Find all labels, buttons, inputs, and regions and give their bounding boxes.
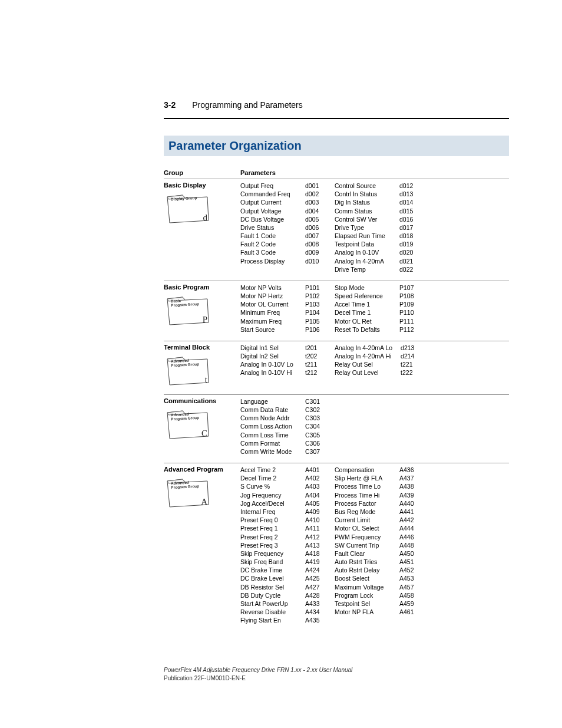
folder-letter: d xyxy=(203,213,208,223)
param-cell: PWM Frequency xyxy=(335,533,391,541)
param-cell: A448 xyxy=(399,541,418,549)
param-cell: Start Source xyxy=(240,325,297,334)
param-block-left: LanguageComm Data RateComm Node AddrComm… xyxy=(240,397,324,456)
param-cell: d015 xyxy=(399,207,418,215)
param-cell: DC Bus Voltage xyxy=(240,215,297,223)
param-cell: Analog In 0-10V Lo xyxy=(240,360,297,368)
header-rule xyxy=(164,118,509,119)
param-cell: DC Brake Time xyxy=(240,566,297,574)
param-cell: DC Brake Level xyxy=(240,574,297,582)
param-cell: Decel Time 2 xyxy=(240,474,297,482)
param-cell: Internal Freq xyxy=(240,508,297,516)
param-cell: Compensation xyxy=(335,466,391,474)
param-cell: d016 xyxy=(399,215,418,223)
param-cell: C305 xyxy=(305,431,324,439)
param-cell: Output Voltage xyxy=(240,207,297,215)
param-cell: DB Resistor Sel xyxy=(240,583,297,591)
param-cell: A435 xyxy=(305,616,324,624)
param-cell: Motor OL Current xyxy=(240,300,297,308)
param-cell: t222 xyxy=(401,368,419,377)
param-cell: d021 xyxy=(399,257,418,265)
param-cell: A410 xyxy=(305,516,324,524)
folder-label: AdvancedProgram Group xyxy=(171,412,200,421)
param-cell: P107 xyxy=(399,284,418,292)
param-cell: Output Current xyxy=(240,198,297,206)
param-cell: DB Duty Cycle xyxy=(240,591,297,599)
param-cell: d022 xyxy=(399,265,418,274)
param-cell: Maximum Freq xyxy=(240,317,297,325)
param-cell: A401 xyxy=(305,466,324,474)
param-cell: Relay Out Sel xyxy=(335,360,392,368)
param-cell: Output Freq xyxy=(240,182,297,190)
param-cell: SW Current Trip xyxy=(335,541,391,549)
param-cell: Minimum Freq xyxy=(240,308,297,317)
folder-icon: BasicProgram Group P xyxy=(165,293,212,327)
param-cell: A411 xyxy=(305,524,324,532)
param-cell: Reset To Defalts xyxy=(335,325,391,334)
param-cell: Drive Type xyxy=(335,223,391,232)
param-section: Terminal Block AdvancedProgram Group t D… xyxy=(164,341,509,394)
param-cell: d007 xyxy=(305,232,324,240)
param-cell: A438 xyxy=(399,482,418,490)
group-title: Basic Program xyxy=(164,284,240,291)
param-cell: Skip Freq Band xyxy=(240,558,297,566)
group-column: Terminal Block AdvancedProgram Group t xyxy=(164,344,240,387)
param-cell: Process Display xyxy=(240,257,297,265)
param-codes: P107P108P109P110P111P112 xyxy=(399,284,418,334)
param-cell: A442 xyxy=(399,516,418,524)
param-cell: d009 xyxy=(305,248,324,256)
folder-letter: C xyxy=(201,429,207,439)
param-cell: A440 xyxy=(399,499,418,508)
param-cell: Boost Select xyxy=(335,574,391,582)
param-codes: C301C302C303C304C305C306C307 xyxy=(305,397,324,456)
folder-label: AdvancedProgram Group xyxy=(171,358,200,368)
param-cell: Skip Frequency xyxy=(240,549,297,558)
param-cell: P108 xyxy=(399,292,418,300)
param-block-right: Analog In 4-20mA LoAnalog In 4-20mA HiRe… xyxy=(335,344,419,387)
param-cell: t221 xyxy=(401,360,419,368)
folder-icon: AdvancedProgram Group t xyxy=(165,353,212,387)
param-cell: P104 xyxy=(305,308,324,317)
param-cell: Drive Status xyxy=(240,223,297,232)
param-names: Analog In 4-20mA LoAnalog In 4-20mA HiRe… xyxy=(335,344,392,387)
folder-label: AdvancedProgram Group xyxy=(171,480,200,490)
param-cell: d006 xyxy=(305,223,324,232)
section-title-bar: Parameter Organization xyxy=(164,136,509,156)
param-cell: Fault Clear xyxy=(335,549,391,558)
param-cell: Control SW Ver xyxy=(335,215,391,223)
param-cell: d214 xyxy=(401,352,419,360)
folder-label: BasicProgram Group xyxy=(171,298,200,308)
param-cell: P109 xyxy=(399,300,418,308)
param-cell: A418 xyxy=(305,549,324,558)
param-cell: Preset Freq 3 xyxy=(240,541,297,549)
param-cell: Jog Frequency xyxy=(240,491,297,499)
param-block-left: Accel Time 2Decel Time 2S Curve %Jog Fre… xyxy=(240,466,324,624)
param-cell: A433 xyxy=(305,599,324,608)
param-cell: C307 xyxy=(305,447,324,456)
param-cell: Motor OL Ret xyxy=(335,317,391,325)
param-cell: P103 xyxy=(305,300,324,308)
param-cell: A439 xyxy=(399,491,418,499)
param-cell: Maximum Voltage xyxy=(335,583,391,591)
param-cell: t211 xyxy=(305,360,324,368)
param-cell: Fault 3 Code xyxy=(240,248,297,256)
param-cell: Comm Format xyxy=(240,439,297,447)
param-cell: t202 xyxy=(305,352,324,360)
param-cell: Speed Reference xyxy=(335,292,391,300)
group-column: Basic Program BasicProgram Group P xyxy=(164,284,240,334)
param-cell: A441 xyxy=(399,508,418,516)
group-column: Communications AdvancedProgram Group C xyxy=(164,397,240,456)
param-cell: Start At PowerUp xyxy=(240,599,297,608)
param-cell: A452 xyxy=(399,566,418,574)
param-cell: A405 xyxy=(305,499,324,508)
param-cell: d008 xyxy=(305,240,324,248)
param-codes: A436A437A438A439A440A441A442A444A446A448… xyxy=(399,466,418,624)
group-title: Basic Display xyxy=(164,182,240,189)
param-cell: Decel Time 1 xyxy=(335,308,391,317)
param-cell: Comm Node Addr xyxy=(240,414,297,422)
param-cell: d012 xyxy=(399,182,418,190)
param-cell: P112 xyxy=(399,325,418,334)
params-column: Accel Time 2Decel Time 2S Curve %Jog Fre… xyxy=(240,466,509,624)
param-cell: Reverse Disable xyxy=(240,608,297,616)
param-section: Basic Program BasicProgram Group P Motor… xyxy=(164,281,509,341)
